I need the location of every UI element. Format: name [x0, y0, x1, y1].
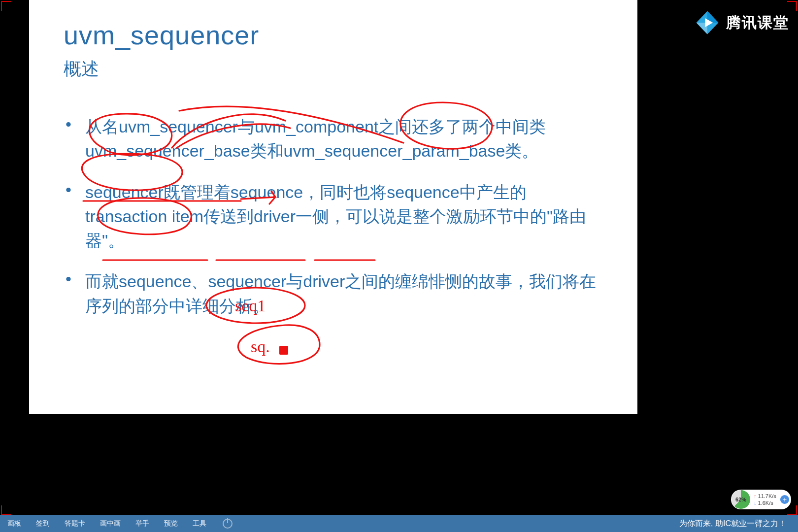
- power-icon[interactable]: [223, 519, 233, 529]
- toolbar-tools[interactable]: 工具: [185, 519, 214, 528]
- toolbar-answer[interactable]: 答题卡: [57, 519, 93, 528]
- bullet-item: • 从名uvm_sequencer与uvm_component之间还多了两个中间…: [64, 115, 603, 164]
- svg-text:sq.: sq.: [251, 337, 270, 356]
- net-percent: 62%: [732, 490, 750, 509]
- net-upload: 11.7K/s: [754, 493, 780, 499]
- bullet-dot: •: [64, 180, 85, 253]
- bullet-text: 而就sequence、sequencer与driver之间的缠绵悱恻的故事，我们…: [85, 269, 603, 318]
- bottom-toolbar: 画板 签到 答题卡 画中画 举手 预览 工具 为你而来, 助IC就业一臂之力！: [0, 515, 798, 532]
- tagline: 为你而来, 助IC就业一臂之力！: [679, 519, 798, 529]
- pen-cursor: [279, 346, 288, 355]
- red-corner-tl: [1, 1, 11, 11]
- toolbar-whiteboard[interactable]: 画板: [0, 519, 29, 528]
- slide-stage: uvm_sequencer 概述 • 从名uvm_sequencer与uvm_c…: [29, 0, 637, 414]
- net-add-button[interactable]: +: [780, 495, 789, 504]
- play-diamond-icon: [694, 9, 721, 36]
- bullet-dot: •: [64, 269, 85, 318]
- bullet-text: sequencer既管理着sequence，同时也将sequence中产生的tr…: [85, 180, 603, 253]
- tencent-ke-logo: 腾讯课堂: [694, 9, 789, 36]
- bullet-item: • 而就sequence、sequencer与driver之间的缠绵悱恻的故事，…: [64, 269, 603, 318]
- bullet-dot: •: [64, 115, 85, 164]
- logo-text: 腾讯课堂: [726, 13, 789, 33]
- slide-subtitle: 概述: [64, 57, 603, 81]
- bullet-list: • 从名uvm_sequencer与uvm_component之间还多了两个中间…: [64, 115, 603, 318]
- toolbar-raisehand[interactable]: 举手: [128, 519, 157, 528]
- slide-title: uvm_sequencer: [64, 20, 603, 50]
- toolbar-preview[interactable]: 预览: [157, 519, 185, 528]
- red-corner-br: [787, 505, 797, 515]
- toolbar-pip[interactable]: 画中画: [93, 519, 128, 528]
- bullet-item: • sequencer既管理着sequence，同时也将sequence中产生的…: [64, 180, 603, 253]
- red-corner-bl: [1, 505, 11, 515]
- network-widget[interactable]: 62% 11.7K/s 1.6K/s +: [731, 490, 791, 509]
- net-download: 1.6K/s: [754, 499, 780, 506]
- toolbar-checkin[interactable]: 签到: [29, 519, 57, 528]
- bullet-text: 从名uvm_sequencer与uvm_component之间还多了两个中间类u…: [85, 115, 603, 164]
- net-speeds: 11.7K/s 1.6K/s: [751, 493, 780, 507]
